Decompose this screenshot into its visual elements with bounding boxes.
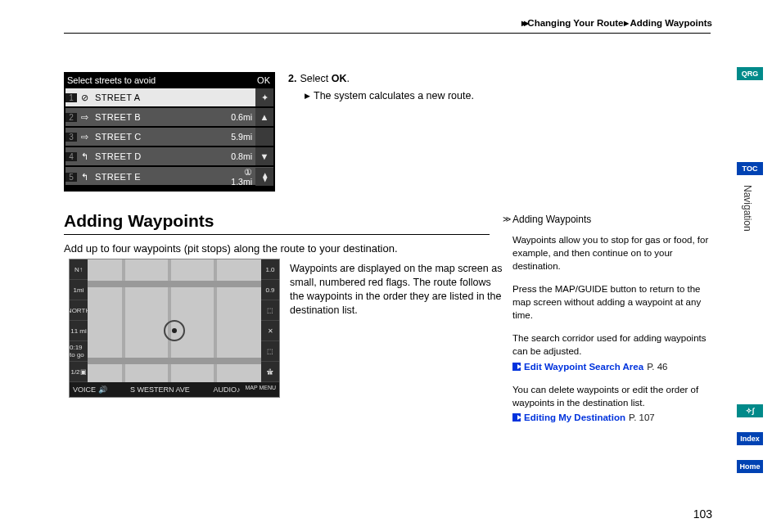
map-side-cell: ✕ (261, 321, 279, 341)
screenshot-title: Select streets to avoid (67, 75, 156, 85)
voice-label: VOICE 🔊 (73, 385, 107, 394)
map-menu-label: MAP MENU (245, 385, 276, 394)
ok-button: OK (257, 75, 270, 85)
map-side-cell: ⬚ (261, 341, 279, 362)
map-side-cell: N↑ (70, 259, 88, 280)
info-icon: ≫ (503, 214, 508, 225)
distance: 0.6mi (226, 112, 255, 122)
direction-icon: ⇨ (77, 112, 92, 123)
direction-icon: ⇨ (77, 132, 92, 142)
tab-navigation[interactable]: Navigation (742, 185, 753, 250)
breadcrumb-section[interactable]: Changing Your Route (527, 18, 623, 28)
distance: 0.8mi (226, 151, 255, 161)
tab-qrg[interactable]: QRG (737, 67, 763, 80)
tab-index[interactable]: Index (737, 432, 763, 445)
scroll-icon: ▼ (255, 147, 273, 165)
info-paragraph: Press the MAP/GUIDE button to return to … (512, 282, 712, 322)
street-name: STREET C (92, 132, 226, 142)
map-side-cell: 1mi (70, 280, 88, 300)
intro-text: Add up to four waypoints (pit stops) alo… (64, 242, 457, 255)
instruction-step: 2. Select OK. ▶ The system calculates a … (288, 72, 501, 103)
row-index: 5 (65, 173, 77, 182)
street-row: 5↰STREET E① 1.3mi⧫ (65, 167, 273, 185)
link-icon (512, 413, 521, 422)
street-name: STREET A (92, 92, 226, 102)
street-row: 1⊘STREET A✦ (65, 88, 273, 106)
scroll-icon: ⧫ (255, 168, 273, 186)
distance: 5.9mi (226, 132, 255, 142)
map-side-cell: 11 mi (70, 321, 88, 341)
breadcrumb-page[interactable]: Adding Waypoints (630, 18, 712, 28)
direction-icon: ↰ (77, 151, 92, 162)
info-paragraph: You can delete waypoints or edit the ord… (512, 383, 712, 409)
xref-link[interactable]: Editing My Destination P. 107 (512, 411, 712, 424)
info-paragraph: The search corridor used for adding wayp… (512, 331, 712, 358)
divider (64, 33, 711, 34)
map-screenshot: N↑1miNORTH11 mi0:19 to go1/2▣ 1.00.9⬚✕⬚🛣… (69, 259, 280, 398)
scroll-icon: ✦ (255, 88, 273, 106)
audio-label: AUDIO♪ (213, 385, 240, 394)
map-side-cell: 1.0 (261, 259, 279, 280)
breadcrumb: ▶▶ Changing Your Route ▶ Adding Waypoint… (521, 18, 712, 28)
triangle-right-icon: ▶ (305, 89, 310, 103)
waypoint-description: Waypoints are displayed on the map scree… (290, 262, 503, 318)
chevron-right-icon: ▶▶ (521, 20, 526, 27)
page-heading: Adding Waypoints (64, 211, 490, 235)
row-index: 3 (65, 133, 77, 142)
scroll-icon: ▲ (255, 108, 273, 126)
map-side-cell: NORTH (70, 300, 88, 321)
scroll-icon (255, 128, 273, 146)
street-name: STREET D (92, 151, 226, 161)
step-number: 2. (288, 72, 296, 86)
street-name: S WESTERN AVE (130, 385, 190, 394)
info-heading: Adding Waypoints (512, 213, 591, 227)
direction-icon: ↰ (77, 172, 92, 183)
tab-home[interactable]: Home (737, 460, 763, 473)
distance: ① 1.3mi (226, 167, 255, 187)
tab-voice-commands[interactable]: ✧∫ (737, 404, 763, 417)
map-side-cell: 0.9 (261, 280, 279, 300)
info-paragraph: Waypoints allow you to stop for gas or f… (512, 233, 712, 273)
chevron-right-icon: ▶ (624, 20, 629, 27)
street-row: 3⇨STREET C5.9mi (65, 128, 273, 146)
street-row: 4↰STREET D0.8mi▼ (65, 147, 273, 165)
info-sidebar: ≫ Adding Waypoints Waypoints allow you t… (503, 213, 712, 424)
street-name: STREET E (92, 172, 226, 182)
row-index: 4 (65, 152, 77, 161)
row-index: 2 (65, 113, 77, 122)
avoid-streets-screenshot: Select streets to avoid OK 1⊘STREET A✦2⇨… (64, 72, 275, 192)
row-index: 1 (65, 93, 77, 102)
direction-icon: ⊘ (77, 92, 92, 103)
street-row: 2⇨STREET B0.6mi▲ (65, 108, 273, 126)
xref-link[interactable]: Edit Waypoint Search Area P. 46 (512, 360, 712, 373)
step-result: The system calculates a new route. (314, 89, 474, 103)
tab-toc[interactable]: TOC (737, 162, 763, 175)
map-side-cell: ⬚ (261, 300, 279, 321)
map-side-cell: 0:19 to go (70, 341, 88, 362)
street-name: STREET B (92, 112, 226, 122)
map-side-cell: 🛣 (261, 362, 279, 382)
page-number: 103 (693, 507, 712, 521)
map-side-cell: 1/2▣ (70, 362, 88, 382)
link-icon (512, 363, 521, 371)
